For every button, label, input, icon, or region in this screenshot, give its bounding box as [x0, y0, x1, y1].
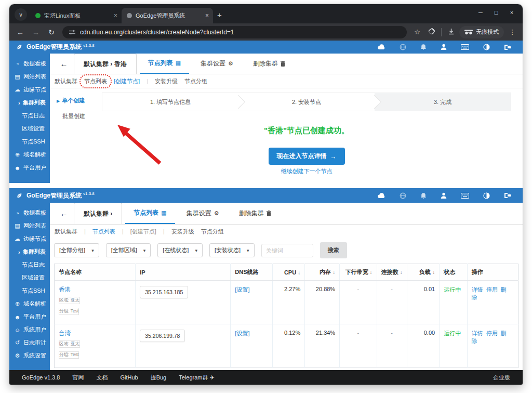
sidebar-item-node-ssh[interactable]: 节点SSH — [9, 135, 50, 148]
crumb-node-groups[interactable]: 节点分组 — [201, 228, 224, 235]
globe-icon[interactable] — [400, 44, 406, 50]
disable-action-link[interactable]: 停用 — [486, 286, 498, 293]
keyword-input[interactable] — [261, 244, 313, 257]
dark-mode-icon[interactable] — [483, 44, 490, 50]
sidebar-item-regions[interactable]: 区域设置 — [9, 271, 50, 284]
dark-mode-icon[interactable] — [483, 192, 490, 199]
detail-action-link[interactable]: 详情 — [472, 330, 483, 336]
sidebar-item-cluster-list[interactable]: ›集群列表 — [9, 245, 50, 258]
crumb-node-list[interactable]: 节点列表 — [84, 77, 107, 85]
node-name-link[interactable]: 台湾 — [59, 330, 71, 337]
dns-setup-link[interactable]: [设置] — [235, 286, 249, 293]
maximize-button[interactable]: □ — [488, 6, 504, 19]
disable-action-link[interactable]: 停用 — [486, 330, 498, 336]
address-bar[interactable]: cdn.itluo.eu.org/clusters/cluster/create… — [62, 26, 407, 38]
browser-tab-goedge[interactable]: GoEdge管理员系统 × — [122, 8, 213, 23]
detail-action-link[interactable]: 详情 — [472, 286, 483, 293]
sidebar-item-dns[interactable]: ⊕域名解析 — [9, 148, 50, 161]
tab-cluster-settings[interactable]: 集群设置⚙ — [178, 203, 228, 224]
tab-delete-cluster[interactable]: 删除集群 — [231, 203, 280, 224]
crumb-cluster[interactable]: 默认集群 — [55, 228, 77, 235]
group-filter-select[interactable]: [全部分组]▾ — [54, 243, 99, 257]
sidebar-item-regions[interactable]: 区域设置 — [9, 122, 50, 135]
tab-node-list[interactable]: 节点列表▦ — [140, 54, 189, 74]
region-filter-select[interactable]: [全部区域]▾ — [106, 243, 151, 257]
sidebar-item-node-ssh[interactable]: 节点SSH — [9, 284, 50, 297]
logout-icon[interactable] — [504, 44, 511, 50]
tab-current-cluster[interactable]: 默认集群 › 香港 — [74, 54, 137, 74]
browser-menu-icon[interactable]: ⋮ — [506, 28, 518, 36]
site-info-icon[interactable] — [69, 29, 76, 35]
tab-delete-cluster[interactable]: 删除集群 — [245, 54, 294, 74]
crumb-install-upgrade[interactable]: 安装升级 — [155, 77, 178, 85]
extensions-icon[interactable] — [425, 28, 438, 36]
sidebar-item-node-logs[interactable]: 节点日志 — [9, 109, 50, 122]
crumb-create-node[interactable]: [创建节点] — [114, 77, 140, 85]
cloud-icon[interactable] — [378, 44, 385, 50]
sidebar-item-dashboard[interactable]: ◔数据看板 — [9, 206, 50, 219]
sidebar-item-sites[interactable]: ▤网站列表 — [9, 219, 50, 232]
install-status-filter-select[interactable]: [安装状态]▾ — [209, 243, 255, 257]
online-status-filter-select[interactable]: [在线状态]▾ — [157, 243, 203, 257]
sidebar-item-dns[interactable]: ⊕域名解析 — [9, 297, 50, 310]
back-arrow-button[interactable]: ← — [54, 54, 74, 74]
footer-link-docs[interactable]: 文档 — [96, 374, 108, 382]
footer-link-website[interactable]: 官网 — [72, 374, 84, 382]
sidebar-item-audit-logs[interactable]: ↺日志审计 — [9, 336, 50, 349]
keyboard-icon[interactable] — [461, 44, 469, 50]
continue-create-link[interactable]: 继续创建下一个节点 — [281, 168, 332, 174]
sidebar-item-node-logs[interactable]: 节点日志 — [9, 258, 50, 271]
minimize-button[interactable]: ─ — [473, 6, 488, 19]
search-button[interactable]: 搜索 — [320, 242, 347, 258]
footer-link-bug[interactable]: 提Bug — [151, 374, 167, 382]
cloud-icon[interactable] — [378, 193, 385, 199]
browser-tab-baota[interactable]: 宝塔Linux面板 × — [30, 8, 122, 23]
footer-link-github[interactable]: GitHub — [120, 374, 138, 381]
batch-create-link[interactable]: 批量创建 — [57, 112, 85, 120]
node-name-link[interactable]: 香港 — [59, 286, 71, 294]
col-load[interactable]: 负载 ↓ — [407, 264, 440, 281]
new-tab-button[interactable]: + — [217, 10, 222, 19]
user-icon[interactable] — [441, 44, 447, 50]
col-bandwidth[interactable]: 下行带宽 ↓ — [340, 264, 377, 281]
sidebar-item-sites[interactable]: ▤网站列表 — [9, 70, 50, 83]
crumb-install-upgrade[interactable]: 安装升级 — [171, 228, 194, 235]
tab-search-button[interactable]: ∨ — [15, 8, 27, 21]
col-cpu[interactable]: CPU ↓ — [272, 264, 305, 281]
crumb-create-node[interactable]: [创建节点] — [130, 228, 156, 235]
bell-icon[interactable] — [420, 44, 427, 50]
download-icon[interactable] — [445, 28, 457, 36]
sidebar-item-platform-users[interactable]: ☻平台用户 — [9, 310, 50, 323]
back-icon[interactable]: ← — [14, 28, 27, 36]
sidebar-item-platform-users[interactable]: ☻平台用户 — [9, 161, 50, 174]
close-button[interactable]: × — [504, 6, 520, 19]
sidebar-item-system-settings[interactable]: ⚙系统设置 — [9, 349, 50, 362]
crumb-node-list[interactable]: 节点列表 — [92, 228, 115, 235]
sidebar-item-edge-nodes[interactable]: ☁边缘节点 — [9, 83, 50, 96]
bell-icon[interactable] — [420, 192, 427, 199]
sidebar-item-edge-nodes[interactable]: ☁边缘节点 — [9, 232, 50, 245]
forward-icon[interactable]: → — [29, 28, 43, 36]
col-memory[interactable]: 内存 ↓ — [305, 264, 340, 281]
tab-cluster-settings[interactable]: 集群设置⚙ — [192, 54, 242, 74]
tab-current-cluster[interactable]: 默认集群 › — [74, 203, 122, 224]
crumb-cluster[interactable]: 默认集群 — [55, 77, 77, 85]
tab-close-icon[interactable]: × — [114, 12, 117, 19]
footer-link-telegram[interactable]: Telegram群 ✈ — [179, 374, 215, 382]
logout-icon[interactable] — [504, 192, 511, 199]
reload-icon[interactable]: ↻ — [45, 28, 58, 36]
globe-icon[interactable] — [400, 192, 406, 199]
keyboard-icon[interactable] — [461, 193, 469, 199]
col-connections[interactable]: 连接数 ↓ — [377, 264, 407, 281]
crumb-node-groups[interactable]: 节点分组 — [184, 77, 207, 85]
sidebar-item-system-users[interactable]: ☺系统用户 — [9, 323, 50, 336]
tab-node-list[interactable]: 节点列表▦ — [125, 203, 175, 224]
user-icon[interactable] — [441, 192, 447, 199]
dns-setup-link[interactable]: [设置] — [235, 330, 249, 336]
tab-close-icon[interactable]: × — [205, 12, 209, 19]
sidebar-item-dashboard[interactable]: ◔数据看板 — [9, 57, 50, 70]
bookmark-star-icon[interactable]: ☆ — [411, 28, 423, 36]
enter-node-detail-button[interactable]: 现在进入节点详情→ — [269, 148, 345, 165]
single-create-link[interactable]: ▶单个创建 — [57, 97, 85, 104]
sidebar-item-cluster-list[interactable]: ›集群列表 — [9, 96, 50, 109]
